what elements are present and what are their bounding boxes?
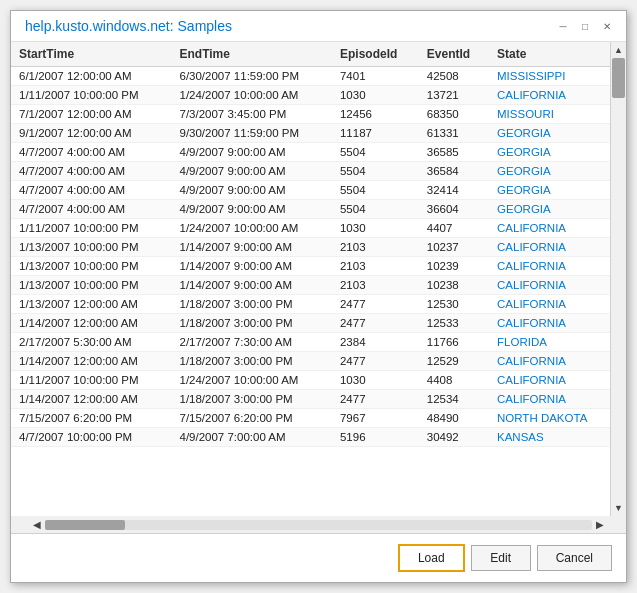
- table-cell: 1/11/2007 10:00:00 PM: [11, 86, 171, 105]
- table-cell: 5504: [332, 200, 419, 219]
- table-cell: 7/15/2007 6:20:00 PM: [171, 409, 331, 428]
- table-row[interactable]: 1/13/2007 10:00:00 PM1/14/2007 9:00:00 A…: [11, 238, 626, 257]
- dialog-title: help.kusto.windows.net: Samples: [25, 18, 232, 34]
- table-cell: 1/24/2007 10:00:00 AM: [171, 219, 331, 238]
- table-row[interactable]: 9/1/2007 12:00:00 AM9/30/2007 11:59:00 P…: [11, 124, 626, 143]
- table-cell: 4/7/2007 4:00:00 AM: [11, 162, 171, 181]
- table-row[interactable]: 1/13/2007 10:00:00 PM1/14/2007 9:00:00 A…: [11, 276, 626, 295]
- table-row[interactable]: 7/1/2007 12:00:00 AM7/3/2007 3:45:00 PM1…: [11, 105, 626, 124]
- table-row[interactable]: 1/13/2007 10:00:00 PM1/14/2007 9:00:00 A…: [11, 257, 626, 276]
- table-cell: 5504: [332, 181, 419, 200]
- cancel-button[interactable]: Cancel: [537, 545, 612, 571]
- table-row[interactable]: 4/7/2007 10:00:00 PM4/9/2007 7:00:00 AM5…: [11, 428, 626, 447]
- table-cell: 2/17/2007 7:30:00 AM: [171, 333, 331, 352]
- table-cell: 36585: [419, 143, 489, 162]
- table-row[interactable]: 4/7/2007 4:00:00 AM4/9/2007 9:00:00 AM55…: [11, 181, 626, 200]
- table-row[interactable]: 4/7/2007 4:00:00 AM4/9/2007 9:00:00 AM55…: [11, 162, 626, 181]
- table-cell: CALIFORNIA: [489, 238, 615, 257]
- vertical-scrollbar[interactable]: ▲ ▼: [610, 42, 626, 516]
- table-cell: CALIFORNIA: [489, 390, 615, 409]
- minimize-button[interactable]: ─: [554, 17, 572, 35]
- table-cell: 32414: [419, 181, 489, 200]
- table-wrapper: StartTimeEndTimeEpisodeIdEventIdStateEve…: [11, 42, 626, 534]
- table-row[interactable]: 2/17/2007 5:30:00 AM2/17/2007 7:30:00 AM…: [11, 333, 626, 352]
- table-cell: 4/9/2007 9:00:00 AM: [171, 181, 331, 200]
- table-row[interactable]: 1/14/2007 12:00:00 AM1/18/2007 3:00:00 P…: [11, 352, 626, 371]
- table-cell: 1/14/2007 12:00:00 AM: [11, 352, 171, 371]
- table-cell: CALIFORNIA: [489, 276, 615, 295]
- dialog: help.kusto.windows.net: Samples ─ □ ✕ St…: [10, 10, 627, 583]
- table-cell: 1/18/2007 3:00:00 PM: [171, 352, 331, 371]
- edit-button[interactable]: Edit: [471, 545, 531, 571]
- table-cell: 1/24/2007 10:00:00 AM: [171, 371, 331, 390]
- table-cell: 1/14/2007 12:00:00 AM: [11, 390, 171, 409]
- table-cell: 10239: [419, 257, 489, 276]
- maximize-button[interactable]: □: [576, 17, 594, 35]
- table-cell: CALIFORNIA: [489, 295, 615, 314]
- column-header-state: State: [489, 42, 615, 67]
- table-cell: 61331: [419, 124, 489, 143]
- table-cell: 1/18/2007 3:00:00 PM: [171, 314, 331, 333]
- table-cell: 36584: [419, 162, 489, 181]
- table-cell: 7401: [332, 67, 419, 86]
- table-cell: 1/13/2007 10:00:00 PM: [11, 257, 171, 276]
- table-cell: 12534: [419, 390, 489, 409]
- table-cell: MISSOURI: [489, 105, 615, 124]
- table-cell: 1/14/2007 12:00:00 AM: [11, 314, 171, 333]
- scroll-right-arrow[interactable]: ▶: [592, 517, 608, 533]
- table-cell: 12456: [332, 105, 419, 124]
- table-cell: 1/18/2007 3:00:00 PM: [171, 390, 331, 409]
- table-scroll-area[interactable]: StartTimeEndTimeEpisodeIdEventIdStateEve…: [11, 42, 626, 516]
- load-button[interactable]: Load: [398, 544, 465, 572]
- table-row[interactable]: 4/7/2007 4:00:00 AM4/9/2007 9:00:00 AM55…: [11, 200, 626, 219]
- table-cell: 4/7/2007 4:00:00 AM: [11, 181, 171, 200]
- table-row[interactable]: 1/11/2007 10:00:00 PM1/24/2007 10:00:00 …: [11, 86, 626, 105]
- scroll-down-arrow[interactable]: ▼: [611, 500, 627, 516]
- table-cell: 7/15/2007 6:20:00 PM: [11, 409, 171, 428]
- table-cell: 4407: [419, 219, 489, 238]
- table-row[interactable]: 1/11/2007 10:00:00 PM1/24/2007 10:00:00 …: [11, 219, 626, 238]
- horizontal-scrollbar[interactable]: [45, 520, 592, 530]
- column-header-episodeid: EpisodeId: [332, 42, 419, 67]
- table-cell: 5504: [332, 162, 419, 181]
- table-cell: CALIFORNIA: [489, 257, 615, 276]
- table-cell: 36604: [419, 200, 489, 219]
- table-row[interactable]: 7/15/2007 6:20:00 PM7/15/2007 6:20:00 PM…: [11, 409, 626, 428]
- table-cell: GEORGIA: [489, 200, 615, 219]
- close-button[interactable]: ✕: [598, 17, 616, 35]
- table-cell: 1030: [332, 219, 419, 238]
- column-header-endtime: EndTime: [171, 42, 331, 67]
- scroll-thumb[interactable]: [612, 58, 625, 98]
- table-cell: 9/1/2007 12:00:00 AM: [11, 124, 171, 143]
- table-row[interactable]: 1/14/2007 12:00:00 AM1/18/2007 3:00:00 P…: [11, 390, 626, 409]
- data-table: StartTimeEndTimeEpisodeIdEventIdStateEve…: [11, 42, 626, 447]
- table-cell: 11187: [332, 124, 419, 143]
- table-cell: 12529: [419, 352, 489, 371]
- table-row[interactable]: 6/1/2007 12:00:00 AM6/30/2007 11:59:00 P…: [11, 67, 626, 86]
- table-cell: 2103: [332, 238, 419, 257]
- table-row[interactable]: 4/7/2007 4:00:00 AM4/9/2007 9:00:00 AM55…: [11, 143, 626, 162]
- table-row[interactable]: 1/11/2007 10:00:00 PM1/24/2007 10:00:00 …: [11, 371, 626, 390]
- table-cell: 4/7/2007 10:00:00 PM: [11, 428, 171, 447]
- column-header-eventid: EventId: [419, 42, 489, 67]
- table-row[interactable]: 1/13/2007 12:00:00 AM1/18/2007 3:00:00 P…: [11, 295, 626, 314]
- table-cell: 4408: [419, 371, 489, 390]
- h-scroll-thumb[interactable]: [45, 520, 125, 530]
- table-cell: CALIFORNIA: [489, 371, 615, 390]
- table-cell: 12533: [419, 314, 489, 333]
- scroll-left-arrow[interactable]: ◀: [29, 517, 45, 533]
- table-cell: 2477: [332, 295, 419, 314]
- table-row[interactable]: 1/14/2007 12:00:00 AM1/18/2007 3:00:00 P…: [11, 314, 626, 333]
- table-cell: 1/14/2007 9:00:00 AM: [171, 276, 331, 295]
- table-cell: GEORGIA: [489, 162, 615, 181]
- table-cell: 1/18/2007 3:00:00 PM: [171, 295, 331, 314]
- table-cell: 11766: [419, 333, 489, 352]
- table-cell: GEORGIA: [489, 143, 615, 162]
- table-cell: 2477: [332, 314, 419, 333]
- scroll-up-arrow[interactable]: ▲: [611, 42, 627, 58]
- table-header-row: StartTimeEndTimeEpisodeIdEventIdStateEve…: [11, 42, 626, 67]
- table-cell: GEORGIA: [489, 181, 615, 200]
- table-cell: 6/30/2007 11:59:00 PM: [171, 67, 331, 86]
- table-cell: 68350: [419, 105, 489, 124]
- table-cell: 7967: [332, 409, 419, 428]
